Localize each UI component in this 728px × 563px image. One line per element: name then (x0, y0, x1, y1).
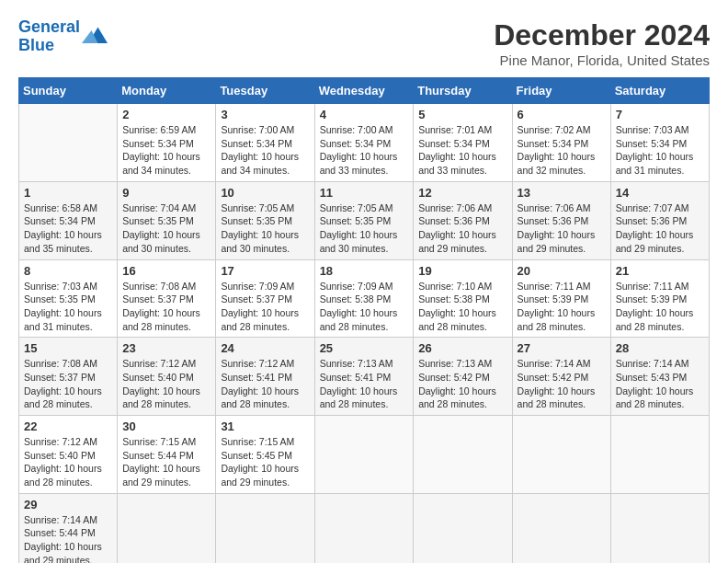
day-info: Sunrise: 7:04 AM Sunset: 5:35 PM Dayligh… (122, 201, 210, 256)
calendar-day-cell (314, 493, 414, 563)
day-number: 11 (320, 186, 409, 200)
day-number: 5 (418, 108, 506, 121)
calendar-week-row: 22Sunrise: 7:12 AM Sunset: 5:40 PM Dayli… (19, 416, 710, 494)
calendar-day-cell: 14Sunrise: 7:07 AM Sunset: 5:36 PM Dayli… (610, 181, 709, 259)
day-number: 30 (122, 419, 210, 433)
day-number: 19 (418, 264, 506, 278)
page-header: General Blue December 2024 Pine Manor, F… (18, 18, 710, 68)
day-number: 25 (320, 341, 409, 355)
calendar-week-row: 1Sunrise: 6:58 AM Sunset: 5:34 PM Daylig… (19, 181, 710, 259)
calendar-day-cell: 20Sunrise: 7:11 AM Sunset: 5:39 PM Dayli… (512, 259, 610, 338)
day-number: 17 (221, 264, 309, 278)
day-info: Sunrise: 7:05 AM Sunset: 5:35 PM Dayligh… (221, 201, 309, 256)
day-number: 13 (518, 186, 606, 200)
calendar-body: 2Sunrise: 6:59 AM Sunset: 5:34 PM Daylig… (19, 104, 710, 564)
calendar-day-cell (610, 416, 709, 494)
calendar-day-cell: 18Sunrise: 7:09 AM Sunset: 5:38 PM Dayli… (314, 259, 414, 338)
calendar-day-cell: 15Sunrise: 7:08 AM Sunset: 5:37 PM Dayli… (19, 338, 118, 416)
weekday-header-cell: Thursday (414, 78, 512, 104)
day-info: Sunrise: 7:08 AM Sunset: 5:37 PM Dayligh… (24, 357, 112, 411)
calendar-day-cell (216, 493, 314, 563)
day-info: Sunrise: 7:01 AM Sunset: 5:34 PM Dayligh… (418, 123, 506, 178)
day-number: 16 (122, 264, 210, 278)
day-info: Sunrise: 7:15 AM Sunset: 5:45 PM Dayligh… (221, 435, 309, 489)
calendar-day-cell: 25Sunrise: 7:13 AM Sunset: 5:41 PM Dayli… (314, 338, 414, 416)
calendar-day-cell: 4Sunrise: 7:00 AM Sunset: 5:34 PM Daylig… (314, 104, 414, 182)
weekday-header-cell: Monday (118, 78, 216, 104)
day-info: Sunrise: 7:11 AM Sunset: 5:39 PM Dayligh… (518, 280, 606, 334)
day-number: 26 (418, 341, 506, 355)
calendar-day-cell: 21Sunrise: 7:11 AM Sunset: 5:39 PM Dayli… (610, 259, 709, 338)
day-number: 23 (122, 341, 210, 355)
calendar-day-cell: 9Sunrise: 7:04 AM Sunset: 5:35 PM Daylig… (118, 181, 216, 259)
day-info: Sunrise: 7:13 AM Sunset: 5:41 PM Dayligh… (320, 357, 409, 411)
day-info: Sunrise: 7:09 AM Sunset: 5:38 PM Dayligh… (320, 280, 409, 334)
calendar-day-cell: 31Sunrise: 7:15 AM Sunset: 5:45 PM Dayli… (216, 416, 314, 494)
calendar-day-cell: 29Sunrise: 7:14 AM Sunset: 5:44 PM Dayli… (19, 493, 118, 563)
calendar-week-row: 29Sunrise: 7:14 AM Sunset: 5:44 PM Dayli… (19, 493, 710, 563)
weekday-header-row: SundayMondayTuesdayWednesdayThursdayFrid… (19, 78, 710, 104)
calendar-day-cell: 2Sunrise: 6:59 AM Sunset: 5:34 PM Daylig… (118, 104, 216, 182)
day-info: Sunrise: 7:12 AM Sunset: 5:40 PM Dayligh… (122, 357, 210, 411)
calendar-week-row: 15Sunrise: 7:08 AM Sunset: 5:37 PM Dayli… (19, 338, 710, 416)
day-info: Sunrise: 7:00 AM Sunset: 5:34 PM Dayligh… (221, 123, 309, 178)
day-info: Sunrise: 7:03 AM Sunset: 5:34 PM Dayligh… (616, 123, 704, 178)
calendar-day-cell (414, 493, 512, 563)
day-number: 29 (24, 498, 112, 511)
calendar-subtitle: Pine Manor, Florida, United States (494, 52, 710, 68)
calendar-day-cell: 7Sunrise: 7:03 AM Sunset: 5:34 PM Daylig… (610, 104, 709, 182)
day-number: 1 (24, 186, 112, 200)
day-info: Sunrise: 7:10 AM Sunset: 5:38 PM Dayligh… (418, 280, 506, 334)
calendar-day-cell: 10Sunrise: 7:05 AM Sunset: 5:35 PM Dayli… (216, 181, 314, 259)
logo-icon (82, 24, 108, 50)
weekday-header-cell: Sunday (19, 78, 118, 104)
day-number: 24 (221, 341, 309, 355)
title-section: December 2024 Pine Manor, Florida, Unite… (494, 18, 710, 68)
calendar-title: December 2024 (494, 18, 710, 52)
calendar-day-cell: 24Sunrise: 7:12 AM Sunset: 5:41 PM Dayli… (216, 338, 314, 416)
day-number: 15 (24, 341, 112, 355)
day-number: 9 (122, 186, 210, 200)
calendar-day-cell (512, 416, 610, 494)
day-info: Sunrise: 7:08 AM Sunset: 5:37 PM Dayligh… (122, 280, 210, 334)
day-number: 10 (221, 186, 309, 200)
calendar-day-cell: 23Sunrise: 7:12 AM Sunset: 5:40 PM Dayli… (118, 338, 216, 416)
calendar-day-cell (314, 416, 414, 494)
calendar-day-cell: 5Sunrise: 7:01 AM Sunset: 5:34 PM Daylig… (414, 104, 512, 182)
day-info: Sunrise: 7:00 AM Sunset: 5:34 PM Dayligh… (320, 123, 409, 178)
logo-text2: Blue (18, 37, 80, 55)
weekday-header-cell: Friday (512, 78, 610, 104)
calendar-day-cell: 28Sunrise: 7:14 AM Sunset: 5:43 PM Dayli… (610, 338, 709, 416)
calendar-day-cell (610, 493, 709, 563)
calendar-day-cell: 6Sunrise: 7:02 AM Sunset: 5:34 PM Daylig… (512, 104, 610, 182)
day-info: Sunrise: 7:02 AM Sunset: 5:34 PM Dayligh… (518, 123, 606, 178)
logo: General Blue (18, 18, 108, 55)
day-info: Sunrise: 7:06 AM Sunset: 5:36 PM Dayligh… (418, 201, 506, 256)
day-info: Sunrise: 7:12 AM Sunset: 5:41 PM Dayligh… (221, 357, 309, 411)
day-number: 7 (616, 108, 704, 121)
day-number: 3 (221, 108, 309, 121)
calendar-day-cell: 27Sunrise: 7:14 AM Sunset: 5:42 PM Dayli… (512, 338, 610, 416)
calendar-week-row: 8Sunrise: 7:03 AM Sunset: 5:35 PM Daylig… (19, 259, 710, 338)
calendar-week-row: 2Sunrise: 6:59 AM Sunset: 5:34 PM Daylig… (19, 104, 710, 182)
day-number: 21 (616, 264, 704, 278)
calendar-day-cell: 26Sunrise: 7:13 AM Sunset: 5:42 PM Dayli… (414, 338, 512, 416)
calendar-day-cell: 3Sunrise: 7:00 AM Sunset: 5:34 PM Daylig… (216, 104, 314, 182)
calendar-day-cell: 30Sunrise: 7:15 AM Sunset: 5:44 PM Dayli… (118, 416, 216, 494)
day-info: Sunrise: 7:14 AM Sunset: 5:44 PM Dayligh… (24, 513, 112, 563)
day-number: 22 (24, 419, 112, 433)
day-info: Sunrise: 7:14 AM Sunset: 5:43 PM Dayligh… (616, 357, 704, 411)
calendar-day-cell: 16Sunrise: 7:08 AM Sunset: 5:37 PM Dayli… (118, 259, 216, 338)
calendar-day-cell (414, 416, 512, 494)
day-number: 14 (616, 186, 704, 200)
calendar-day-cell: 8Sunrise: 7:03 AM Sunset: 5:35 PM Daylig… (19, 259, 118, 338)
day-number: 20 (518, 264, 606, 278)
logo-text: General (18, 18, 80, 37)
weekday-header-cell: Wednesday (314, 78, 414, 104)
day-info: Sunrise: 7:13 AM Sunset: 5:42 PM Dayligh… (418, 357, 506, 411)
day-info: Sunrise: 7:03 AM Sunset: 5:35 PM Dayligh… (24, 280, 112, 334)
day-info: Sunrise: 7:11 AM Sunset: 5:39 PM Dayligh… (616, 280, 704, 334)
day-number: 4 (320, 108, 409, 121)
day-info: Sunrise: 7:07 AM Sunset: 5:36 PM Dayligh… (616, 201, 704, 256)
day-number: 12 (418, 186, 506, 200)
